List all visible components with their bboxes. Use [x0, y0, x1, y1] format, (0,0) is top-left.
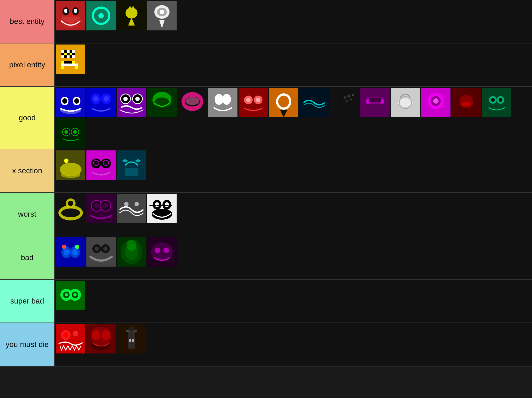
- tier-items-good: [55, 87, 532, 149]
- list-item[interactable]: [452, 88, 481, 117]
- svg-point-81: [352, 94, 354, 96]
- list-item[interactable]: [56, 281, 85, 310]
- list-item[interactable]: [56, 237, 85, 267]
- svg-rect-89: [369, 98, 381, 102]
- svg-rect-152: [86, 237, 116, 267]
- svg-point-56: [123, 97, 128, 101]
- svg-rect-33: [70, 55, 72, 58]
- tier-row-pixel-entity: pixel entity: [0, 43, 532, 87]
- tier-items-best-entity: [55, 0, 532, 43]
- svg-point-144: [152, 209, 172, 220]
- svg-point-47: [74, 98, 79, 104]
- list-item[interactable]: [269, 88, 298, 117]
- list-item[interactable]: [86, 194, 116, 223]
- list-item[interactable]: [239, 88, 268, 117]
- list-item[interactable]: [391, 88, 420, 117]
- svg-rect-143: [168, 205, 172, 206]
- list-item[interactable]: [299, 88, 329, 117]
- list-item[interactable]: [117, 88, 146, 117]
- list-item[interactable]: [56, 1, 85, 30]
- svg-rect-48: [86, 88, 116, 117]
- list-item[interactable]: [117, 324, 146, 353]
- svg-point-80: [347, 94, 351, 98]
- svg-point-57: [135, 97, 140, 101]
- list-item[interactable]: [117, 194, 146, 223]
- list-item[interactable]: [56, 88, 85, 117]
- svg-point-67: [222, 94, 231, 105]
- svg-point-122: [61, 209, 80, 217]
- svg-point-148: [64, 249, 69, 255]
- svg-rect-30: [61, 55, 64, 58]
- tier-label-you-must-die: you must die: [0, 323, 55, 366]
- svg-point-150: [62, 245, 66, 249]
- svg-point-163: [155, 248, 160, 253]
- svg-rect-184: [132, 339, 134, 342]
- svg-rect-36: [64, 61, 67, 64]
- svg-rect-40: [61, 64, 78, 66]
- list-item[interactable]: [147, 237, 177, 267]
- list-item[interactable]: [86, 1, 116, 30]
- svg-point-102: [491, 98, 495, 102]
- list-item[interactable]: [421, 88, 450, 117]
- svg-point-46: [62, 98, 67, 104]
- tier-label-good: good: [0, 87, 55, 149]
- svg-rect-35: [61, 61, 64, 64]
- svg-rect-28: [70, 53, 72, 55]
- list-item[interactable]: [117, 1, 146, 30]
- tier-items-pixel-entity: [55, 43, 532, 86]
- list-item[interactable]: [360, 88, 390, 117]
- svg-point-66: [215, 94, 223, 105]
- tier-label-best-entity: best entity: [0, 0, 55, 43]
- svg-point-174: [63, 332, 68, 338]
- tier-list: best entity pixel entity: [0, 0, 532, 367]
- list-item[interactable]: [86, 88, 116, 117]
- list-item[interactable]: [147, 88, 177, 117]
- svg-rect-41: [61, 66, 64, 69]
- svg-rect-34: [72, 55, 75, 58]
- list-item[interactable]: [56, 150, 85, 180]
- svg-rect-13: [132, 7, 134, 13]
- svg-point-129: [103, 203, 108, 209]
- list-item[interactable]: [117, 150, 146, 180]
- svg-point-117: [103, 160, 109, 166]
- tier-row-x-section: x section: [0, 149, 532, 193]
- list-item[interactable]: [117, 237, 146, 267]
- list-item[interactable]: [86, 237, 116, 267]
- list-item[interactable]: [178, 88, 207, 117]
- list-item[interactable]: [208, 88, 237, 117]
- svg-point-83: [350, 99, 352, 100]
- list-item[interactable]: [482, 88, 511, 117]
- svg-rect-22: [67, 50, 70, 53]
- tier-row-best-entity: best entity: [0, 0, 532, 43]
- list-item[interactable]: [330, 88, 359, 117]
- list-item[interactable]: [56, 118, 85, 148]
- list-item[interactable]: [86, 324, 116, 353]
- list-item[interactable]: [86, 150, 116, 180]
- svg-point-52: [104, 96, 109, 102]
- list-item[interactable]: [56, 45, 85, 74]
- svg-rect-183: [129, 339, 131, 342]
- svg-rect-104: [56, 118, 85, 148]
- list-item[interactable]: [56, 194, 85, 223]
- list-item[interactable]: [147, 194, 177, 223]
- tier-row-good: good: [0, 87, 532, 149]
- svg-point-71: [246, 98, 251, 102]
- svg-point-112: [64, 159, 68, 163]
- tier-items-super-bad: [55, 280, 532, 323]
- svg-rect-20: [61, 50, 64, 53]
- svg-point-8: [98, 13, 104, 18]
- svg-point-178: [92, 330, 101, 340]
- svg-point-5: [74, 9, 77, 13]
- svg-rect-29: [72, 53, 75, 55]
- svg-rect-142: [165, 205, 168, 206]
- svg-point-51: [93, 96, 99, 102]
- tier-row-worst: worst: [0, 193, 532, 236]
- svg-point-108: [73, 130, 77, 134]
- svg-rect-21: [64, 50, 67, 53]
- svg-point-103: [499, 98, 502, 102]
- svg-rect-42: [75, 66, 78, 69]
- list-item[interactable]: [56, 324, 85, 353]
- list-item[interactable]: [147, 1, 177, 30]
- svg-point-128: [94, 203, 99, 209]
- svg-point-82: [343, 96, 346, 99]
